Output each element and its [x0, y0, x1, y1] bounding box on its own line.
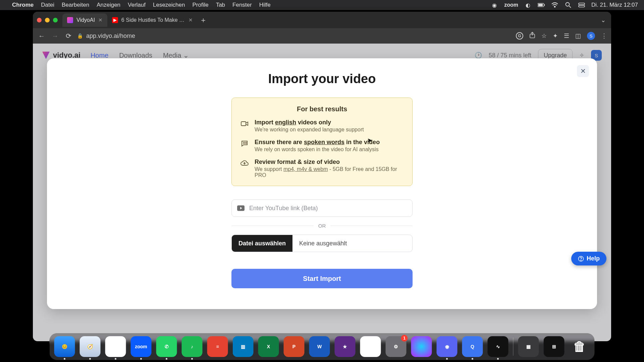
tip-line2: We're working on expanded language suppo… [255, 127, 364, 133]
macos-menubar: Chrome Datei Bearbeiten Anzeigen Verlauf… [0, 0, 644, 10]
tab-youtube[interactable]: ▶ 6 Side Hustles To Make $1000 ✕ [107, 13, 198, 27]
or-divider: OR [231, 223, 413, 229]
sidepanel-icon[interactable]: ◫ [575, 32, 581, 40]
dock-app-imovie[interactable]: ★ [335, 336, 356, 357]
fullscreen-window-button[interactable] [53, 18, 58, 22]
import-video-modal: ✕ Import your video For best results Imp… [47, 58, 597, 309]
menu-hilfe[interactable]: Hilfe [259, 2, 271, 8]
svg-rect-9 [241, 122, 246, 126]
youtube-url-input[interactable] [249, 205, 407, 212]
youtube-icon [237, 205, 245, 211]
dock-app-todoist[interactable]: ≡ [207, 336, 228, 357]
lock-icon: 🔒 [77, 33, 83, 39]
close-window-button[interactable] [37, 18, 42, 22]
svg-point-3 [554, 6, 555, 7]
battery-icon[interactable] [538, 1, 545, 9]
tip-row-english: Import english videos only We're working… [240, 119, 404, 133]
svg-line-5 [569, 6, 571, 8]
menubar-menu-items: Datei Bearbeiten Anzeigen Verlauf Leseze… [41, 2, 270, 8]
browser-toolbar: ← → ⟳ 🔒 app.vidyo.ai/home G ☆ ✦ ☰ ◫ S ⋮ [33, 28, 611, 44]
menu-lesezeichen[interactable]: Lesezeichen [153, 2, 185, 8]
chosen-file-label: Keine ausgewählt [292, 235, 354, 252]
menu-profile[interactable]: Profile [192, 2, 208, 8]
share-icon[interactable] [529, 32, 535, 40]
dock-app-chrome[interactable]: ● [105, 336, 126, 357]
tip-line1: Ensure there are spoken words in the vid… [255, 139, 380, 146]
dock-extra-mission-control[interactable]: ⊞ [544, 336, 565, 357]
dock-app-zoom[interactable]: zoom [131, 336, 152, 357]
dock-app-word[interactable]: W [309, 336, 330, 357]
chat-icon [240, 139, 249, 147]
menu-anzeigen[interactable]: Anzeigen [97, 2, 120, 8]
back-button[interactable]: ← [37, 32, 46, 40]
kebab-menu-icon[interactable]: ⋮ [601, 32, 607, 40]
screen-record-icon[interactable]: ◉ [491, 1, 498, 9]
menubar-app-name[interactable]: Chrome [12, 2, 34, 8]
svg-point-10 [243, 143, 244, 143]
spotlight-icon[interactable] [565, 1, 572, 9]
help-button[interactable]: Help [571, 252, 606, 265]
extensions-icon[interactable]: ✦ [553, 32, 558, 40]
svg-point-15 [581, 260, 581, 260]
camera-icon [240, 120, 249, 128]
tip-row-format: Review format & size of video We support… [240, 159, 404, 178]
modal-title: Import your video [67, 72, 577, 86]
dock-app-spotify[interactable]: ♪ [182, 336, 203, 357]
menu-bearbeiten[interactable]: Bearbeiten [62, 2, 89, 8]
svg-rect-7 [579, 5, 585, 7]
choose-file-button[interactable]: Datei auswählen [232, 235, 292, 252]
dock-separator [513, 338, 514, 356]
forward-button[interactable]: → [50, 32, 60, 40]
start-import-button[interactable]: Start Import [231, 269, 413, 288]
dock-extra-trash[interactable]: 🗑 [569, 336, 590, 357]
menu-datei[interactable]: Datei [41, 2, 54, 8]
dock-app-powerpoint[interactable]: P [284, 336, 305, 357]
dock-extra-calculator[interactable]: ▦ [518, 336, 539, 357]
control-center-icon[interactable] [578, 1, 585, 9]
wifi-icon[interactable] [551, 1, 558, 9]
tip-line1: Import english videos only [255, 119, 364, 126]
new-tab-button[interactable]: ＋ [200, 15, 207, 25]
menu-fenster[interactable]: Fenster [232, 2, 252, 8]
youtube-favicon-icon: ▶ [112, 17, 118, 23]
tab-title: 6 Side Hustles To Make $1000 [121, 17, 185, 23]
address-bar[interactable]: 🔒 app.vidyo.ai/home [77, 33, 135, 40]
zoom-menubar-label[interactable]: zoom [504, 2, 518, 8]
dock-app-discord[interactable]: ◉ [437, 336, 458, 357]
menu-tab[interactable]: Tab [216, 2, 225, 8]
dock-app-drive[interactable]: ▲ [360, 336, 381, 357]
cloud-upload-icon [240, 159, 249, 167]
dock-app-finder[interactable]: 😊 [54, 336, 75, 357]
display-icon[interactable]: ◐ [524, 1, 532, 9]
window-controls [37, 18, 58, 22]
dock-app-excel[interactable]: X [258, 336, 279, 357]
svg-point-12 [246, 143, 247, 143]
dock-app-quicktime[interactable]: Q [462, 336, 483, 357]
reading-list-icon[interactable]: ☰ [564, 32, 569, 40]
page-content: vidyo.ai Home Downloads Media ⌄ 🕑 58 / 7… [33, 44, 611, 341]
tab-vidyoai[interactable]: VidyoAI ✕ [62, 13, 107, 27]
dock-app-whatsapp[interactable]: ✆ [156, 336, 177, 357]
svg-point-11 [245, 143, 245, 143]
svg-rect-1 [544, 4, 545, 6]
dock-app-settings[interactable]: ⚙1 [386, 336, 407, 357]
tips-panel: For best results Import english videos o… [231, 98, 413, 186]
tab-close-icon[interactable]: ✕ [189, 17, 193, 23]
svg-rect-6 [579, 3, 585, 5]
bookmark-star-icon[interactable]: ☆ [541, 32, 547, 40]
menu-verlauf[interactable]: Verlauf [128, 2, 146, 8]
dock-app-trello[interactable]: ▥ [233, 336, 254, 357]
reload-button[interactable]: ⟳ [64, 32, 73, 40]
profile-avatar[interactable]: S [587, 32, 595, 40]
macos-dock: 😊🧭●zoom✆♪≡▥XPW★▲⚙1◉Q∿▦⊞🗑 [50, 333, 595, 360]
dock-app-voice-memos[interactable]: ∿ [488, 336, 508, 357]
minimize-window-button[interactable] [45, 18, 50, 22]
dock-app-safari[interactable]: 🧭 [80, 336, 101, 357]
menubar-clock[interactable]: Di. 21. März 12:07 [591, 2, 638, 8]
modal-close-button[interactable]: ✕ [577, 65, 589, 77]
google-account-icon[interactable]: G [516, 32, 523, 40]
dock-app-siri[interactable] [411, 336, 432, 357]
help-icon [578, 256, 584, 262]
tab-overflow-icon[interactable]: ⌄ [601, 16, 606, 24]
tab-close-icon[interactable]: ✕ [98, 17, 103, 23]
